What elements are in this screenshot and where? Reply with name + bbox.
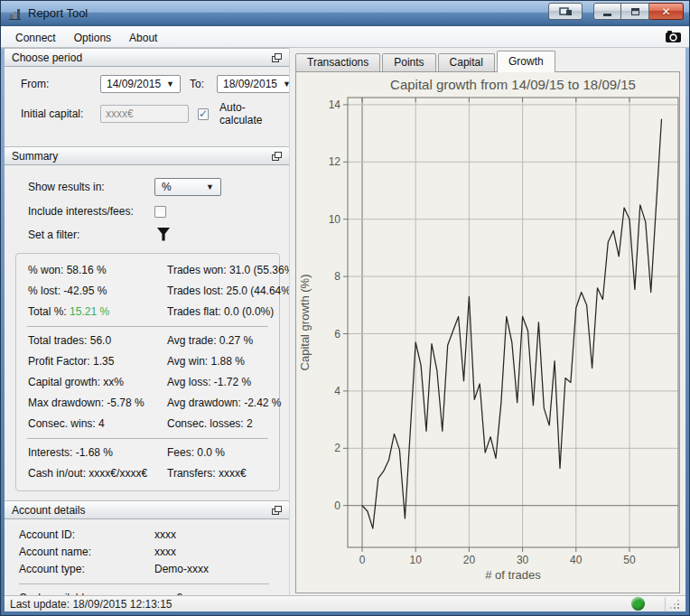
menu-item-options[interactable]: Options xyxy=(65,29,120,47)
svg-text:Capital growth (%): Capital growth (%) xyxy=(298,275,312,371)
screenshot-camera-icon[interactable] xyxy=(665,30,682,43)
auto-calculate-checkbox[interactable]: ✓ xyxy=(198,108,209,120)
svg-text:8: 8 xyxy=(334,270,340,283)
app-window: Report Tool ✕ ConnectOptionsAbout xyxy=(0,0,690,616)
stat-left: % won: 58.16 % xyxy=(28,260,167,281)
separator xyxy=(27,438,268,439)
minimize-icon xyxy=(603,14,611,16)
svg-text:Capital growth from 14/09/15 t: Capital growth from 14/09/15 to 18/09/15 xyxy=(390,77,636,92)
statusbar-separator xyxy=(665,597,666,611)
svg-text:10: 10 xyxy=(410,554,423,566)
stat-right: Trades won: 31.0 (55.36%) xyxy=(167,260,290,281)
stat-row: Total %: 15.21 %Trades flat: 0.0 (0.0%) xyxy=(16,302,279,322)
connection-status-dot xyxy=(631,597,645,611)
stat-accent-value: 15.21 % xyxy=(70,305,109,318)
show-results-value: % xyxy=(162,181,172,193)
tab-capital[interactable]: Capital xyxy=(438,53,495,71)
account-row-label: Account ID: xyxy=(19,527,154,544)
tab-pane-growth: 0102030405002468101214Capital growth fro… xyxy=(295,71,680,593)
window-title: Report Tool xyxy=(28,6,88,20)
svg-text:4: 4 xyxy=(334,385,340,397)
choose-period-header: Choose period xyxy=(5,48,289,67)
chevron-down-icon: ▼ xyxy=(206,182,214,191)
account-details-header: Account details xyxy=(5,500,289,519)
svg-text:30: 30 xyxy=(517,554,529,566)
stat-left: Interests: -1.68 % xyxy=(28,443,167,463)
stat-row: Total trades: 56.0Avg trade: 0.27 % xyxy=(16,331,279,351)
minimize-button[interactable] xyxy=(593,3,621,20)
last-update-text: Last update: 18/09/2015 12:13:15 xyxy=(10,598,172,611)
separator xyxy=(27,326,268,327)
stat-left: Profit Factor: 1.35 xyxy=(28,351,167,372)
to-date-select[interactable]: 18/09/2015 ▼ xyxy=(217,75,290,93)
account-row: Account ID:xxxx xyxy=(19,527,282,544)
account-row: Account type:Demo-xxxx xyxy=(19,561,282,578)
stat-right: Trades flat: 0.0 (0.0%) xyxy=(167,302,279,322)
choose-period-title: Choose period xyxy=(12,51,82,64)
float-panel-icon[interactable] xyxy=(272,506,282,515)
stat-right: Avg drawdown: -2.42 % xyxy=(167,393,282,414)
svg-text:40: 40 xyxy=(570,554,583,566)
maximize-icon xyxy=(631,8,639,15)
stat-row: Capital growth: xx%Avg loss: -1.72 % xyxy=(16,372,279,393)
stat-right: Fees: 0.0 % xyxy=(167,443,279,463)
menu-item-about[interactable]: About xyxy=(120,29,166,47)
stat-right: Consec. losses: 2 xyxy=(167,414,279,434)
from-date-value: 14/09/2015 xyxy=(107,78,161,90)
set-filter-label: Set a filter: xyxy=(28,229,154,241)
close-icon: ✕ xyxy=(661,6,670,17)
menu-item-connect[interactable]: Connect xyxy=(6,29,65,47)
tab-transactions[interactable]: Transactions xyxy=(295,53,380,71)
stat-row: Cash in/out: xxxx€/xxxx€Transfers: xxxx€ xyxy=(16,463,279,484)
stat-left: % lost: -42.95 % xyxy=(28,281,167,302)
stat-row: Interests: -1.68 %Fees: 0.0 % xyxy=(16,443,279,463)
separator xyxy=(19,583,269,584)
resize-grip-icon[interactable] xyxy=(669,599,680,610)
svg-text:10: 10 xyxy=(329,213,341,226)
stat-left: Total trades: 56.0 xyxy=(28,331,167,351)
close-button[interactable]: ✕ xyxy=(649,3,684,20)
stat-left: Capital growth: xx% xyxy=(28,372,167,393)
stat-left: Cash in/out: xxxx€/xxxx€ xyxy=(28,463,167,484)
include-fees-checkbox[interactable] xyxy=(154,206,166,218)
initial-capital-label: Initial capital: xyxy=(21,107,100,120)
stat-right: Transfers: xxxx€ xyxy=(167,463,279,484)
summary-stats-box: % won: 58.16 %Trades won: 31.0 (55.36%)%… xyxy=(15,253,280,491)
tab-points[interactable]: Points xyxy=(382,53,435,71)
tab-growth[interactable]: Growth xyxy=(497,51,555,72)
svg-text:12: 12 xyxy=(329,155,341,168)
auto-calculate-label: Auto-calculate xyxy=(219,101,282,126)
account-row: Account name:xxxx xyxy=(19,544,282,561)
maximize-button[interactable] xyxy=(621,3,649,20)
account-row-value: xxxx xyxy=(154,544,176,561)
stat-row: % lost: -42.95 %Trades lost: 25.0 (44.64… xyxy=(16,281,279,302)
include-fees-label: Include interests/fees: xyxy=(28,205,154,218)
summary-header: Summary xyxy=(5,146,289,165)
account-details-body: Account ID:xxxxAccount name:xxxxAccount … xyxy=(5,519,289,595)
menu-bar: ConnectOptionsAbout xyxy=(1,26,689,48)
stat-left: Consec. wins: 4 xyxy=(28,414,167,434)
filter-funnel-icon[interactable] xyxy=(156,227,171,242)
float-panel-icon[interactable] xyxy=(272,53,282,62)
capital-growth-chart: 0102030405002468101214Capital growth fro… xyxy=(296,72,679,593)
stat-right: Avg loss: -1.72 % xyxy=(167,372,279,393)
dock-window-button[interactable] xyxy=(548,3,583,20)
stat-row: % won: 58.16 %Trades won: 31.0 (55.36%) xyxy=(16,260,279,281)
svg-text:0: 0 xyxy=(334,499,340,512)
account-row-label: Account type: xyxy=(19,561,154,578)
tab-bar: TransactionsPointsCapitalGrowth xyxy=(295,50,680,71)
title-bar[interactable]: Report Tool ✕ xyxy=(1,1,689,26)
account-row-value: xxxx xyxy=(154,527,176,544)
stat-right: Avg trade: 0.27 % xyxy=(167,331,279,351)
float-panel-icon[interactable] xyxy=(272,152,282,161)
menu-items: ConnectOptionsAbout xyxy=(6,29,166,45)
account-details-title: Account details xyxy=(12,504,85,517)
from-date-select[interactable]: 14/09/2015 ▼ xyxy=(100,75,181,93)
svg-text:2: 2 xyxy=(334,442,340,454)
show-results-select[interactable]: % ▼ xyxy=(154,178,221,196)
svg-text:0: 0 xyxy=(359,554,366,566)
svg-text:50: 50 xyxy=(623,554,636,566)
initial-capital-input[interactable] xyxy=(100,105,189,123)
svg-text:# of trades: # of trades xyxy=(485,568,541,582)
stat-row: Consec. wins: 4Consec. losses: 2 xyxy=(16,414,279,434)
